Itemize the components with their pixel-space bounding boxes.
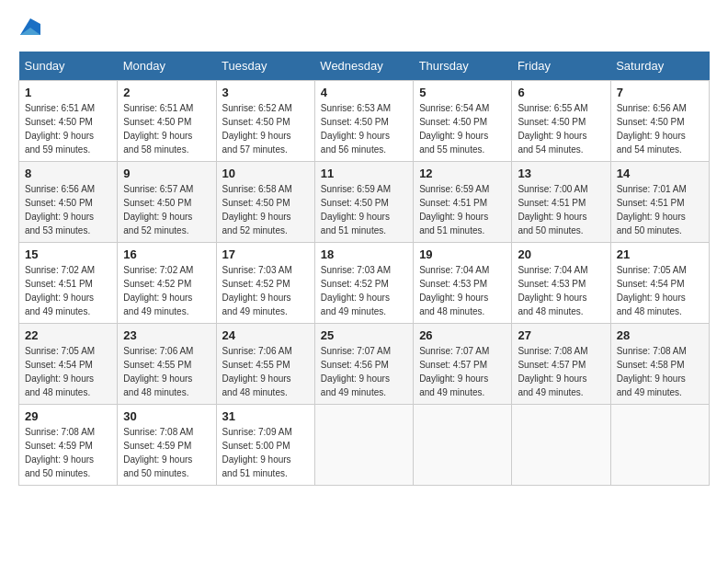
day-detail: Sunrise: 6:51 AM Sunset: 4:50 PM Dayligh…	[25, 101, 111, 156]
day-detail: Sunrise: 7:05 AM Sunset: 4:54 PM Dayligh…	[617, 263, 703, 318]
calendar-week-row: 8 Sunrise: 6:56 AM Sunset: 4:50 PM Dayli…	[19, 162, 710, 243]
calendar-day-header: Monday	[118, 52, 216, 81]
day-detail: Sunrise: 7:08 AM Sunset: 4:57 PM Dayligh…	[518, 344, 604, 399]
day-number: 21	[617, 247, 703, 261]
calendar-cell: 5 Sunrise: 6:54 AM Sunset: 4:50 PM Dayli…	[414, 81, 512, 162]
day-detail: Sunrise: 7:01 AM Sunset: 4:51 PM Dayligh…	[617, 182, 703, 237]
day-detail: Sunrise: 6:51 AM Sunset: 4:50 PM Dayligh…	[123, 101, 210, 156]
day-number: 5	[419, 86, 506, 99]
calendar-cell: 8 Sunrise: 6:56 AM Sunset: 4:50 PM Dayli…	[19, 162, 118, 243]
calendar-cell: 23 Sunrise: 7:06 AM Sunset: 4:55 PM Dayl…	[118, 324, 216, 405]
calendar-cell: 10 Sunrise: 6:58 AM Sunset: 4:50 PM Dayl…	[216, 162, 314, 243]
day-detail: Sunrise: 7:07 AM Sunset: 4:56 PM Dayligh…	[321, 344, 407, 399]
day-detail: Sunrise: 6:56 AM Sunset: 4:50 PM Dayligh…	[25, 182, 111, 237]
day-detail: Sunrise: 6:59 AM Sunset: 4:50 PM Dayligh…	[321, 182, 407, 237]
calendar-week-row: 15 Sunrise: 7:02 AM Sunset: 4:51 PM Dayl…	[19, 243, 710, 324]
day-number: 3	[222, 86, 309, 99]
day-number: 28	[617, 328, 703, 342]
day-number: 26	[419, 328, 506, 342]
calendar-cell: 3 Sunrise: 6:52 AM Sunset: 4:50 PM Dayli…	[216, 81, 314, 162]
calendar-cell: 9 Sunrise: 6:57 AM Sunset: 4:50 PM Dayli…	[118, 162, 216, 243]
day-number: 8	[25, 167, 111, 180]
day-detail: Sunrise: 7:04 AM Sunset: 4:53 PM Dayligh…	[419, 263, 506, 318]
day-detail: Sunrise: 7:06 AM Sunset: 4:55 PM Dayligh…	[222, 344, 309, 399]
logo	[18, 18, 40, 37]
day-detail: Sunrise: 6:53 AM Sunset: 4:50 PM Dayligh…	[321, 101, 407, 156]
day-number: 6	[518, 86, 604, 99]
calendar-day-header: Sunday	[19, 52, 118, 81]
day-detail: Sunrise: 7:04 AM Sunset: 4:53 PM Dayligh…	[518, 263, 604, 318]
day-detail: Sunrise: 6:56 AM Sunset: 4:50 PM Dayligh…	[617, 101, 703, 156]
calendar-cell: 30 Sunrise: 7:08 AM Sunset: 4:59 PM Dayl…	[118, 405, 216, 486]
calendar-header-row: SundayMondayTuesdayWednesdayThursdayFrid…	[19, 52, 710, 81]
day-number: 15	[25, 247, 111, 261]
day-detail: Sunrise: 7:07 AM Sunset: 4:57 PM Dayligh…	[419, 344, 506, 399]
calendar-cell: 15 Sunrise: 7:02 AM Sunset: 4:51 PM Dayl…	[19, 243, 118, 324]
calendar-day-header: Tuesday	[216, 52, 314, 81]
calendar-cell: 4 Sunrise: 6:53 AM Sunset: 4:50 PM Dayli…	[314, 81, 413, 162]
calendar-cell: 24 Sunrise: 7:06 AM Sunset: 4:55 PM Dayl…	[216, 324, 314, 405]
day-number: 24	[222, 328, 309, 342]
day-number: 20	[518, 247, 604, 261]
calendar-day-header: Thursday	[414, 52, 512, 81]
calendar-cell: 7 Sunrise: 6:56 AM Sunset: 4:50 PM Dayli…	[610, 81, 709, 162]
calendar-cell: 12 Sunrise: 6:59 AM Sunset: 4:51 PM Dayl…	[414, 162, 512, 243]
day-detail: Sunrise: 7:05 AM Sunset: 4:54 PM Dayligh…	[25, 344, 111, 399]
day-number: 18	[321, 247, 407, 261]
calendar-cell: 25 Sunrise: 7:07 AM Sunset: 4:56 PM Dayl…	[314, 324, 413, 405]
day-detail: Sunrise: 7:06 AM Sunset: 4:55 PM Dayligh…	[123, 344, 210, 399]
day-detail: Sunrise: 6:59 AM Sunset: 4:51 PM Dayligh…	[419, 182, 506, 237]
calendar-cell: 13 Sunrise: 7:00 AM Sunset: 4:51 PM Dayl…	[512, 162, 610, 243]
day-number: 9	[123, 167, 210, 180]
day-number: 4	[321, 86, 407, 99]
calendar-cell: 1 Sunrise: 6:51 AM Sunset: 4:50 PM Dayli…	[19, 81, 118, 162]
day-number: 27	[518, 328, 604, 342]
day-number: 16	[123, 247, 210, 261]
day-number: 19	[419, 247, 506, 261]
calendar-week-row: 22 Sunrise: 7:05 AM Sunset: 4:54 PM Dayl…	[19, 324, 710, 405]
calendar-cell: 20 Sunrise: 7:04 AM Sunset: 4:53 PM Dayl…	[512, 243, 610, 324]
day-number: 12	[419, 167, 506, 180]
day-number: 2	[123, 86, 210, 99]
day-detail: Sunrise: 6:58 AM Sunset: 4:50 PM Dayligh…	[222, 182, 309, 237]
calendar-week-row: 1 Sunrise: 6:51 AM Sunset: 4:50 PM Dayli…	[19, 81, 710, 162]
calendar-cell: 31 Sunrise: 7:09 AM Sunset: 5:00 PM Dayl…	[216, 405, 314, 486]
day-detail: Sunrise: 7:03 AM Sunset: 4:52 PM Dayligh…	[222, 263, 309, 318]
calendar-week-row: 29 Sunrise: 7:08 AM Sunset: 4:59 PM Dayl…	[19, 405, 710, 486]
day-detail: Sunrise: 7:02 AM Sunset: 4:51 PM Dayligh…	[25, 263, 111, 318]
day-detail: Sunrise: 7:08 AM Sunset: 4:58 PM Dayligh…	[617, 344, 703, 399]
day-detail: Sunrise: 7:08 AM Sunset: 4:59 PM Dayligh…	[123, 425, 210, 480]
logo-icon	[20, 18, 40, 37]
day-number: 17	[222, 247, 309, 261]
calendar-cell: 29 Sunrise: 7:08 AM Sunset: 4:59 PM Dayl…	[19, 405, 118, 486]
day-detail: Sunrise: 6:55 AM Sunset: 4:50 PM Dayligh…	[518, 101, 604, 156]
day-number: 1	[25, 86, 111, 99]
calendar-cell: 18 Sunrise: 7:03 AM Sunset: 4:52 PM Dayl…	[314, 243, 413, 324]
day-detail: Sunrise: 7:08 AM Sunset: 4:59 PM Dayligh…	[25, 425, 111, 480]
day-detail: Sunrise: 7:02 AM Sunset: 4:52 PM Dayligh…	[123, 263, 210, 318]
calendar-day-header: Wednesday	[314, 52, 413, 81]
calendar-cell: 22 Sunrise: 7:05 AM Sunset: 4:54 PM Dayl…	[19, 324, 118, 405]
calendar-cell	[314, 405, 413, 486]
day-detail: Sunrise: 6:57 AM Sunset: 4:50 PM Dayligh…	[123, 182, 210, 237]
calendar-cell: 19 Sunrise: 7:04 AM Sunset: 4:53 PM Dayl…	[414, 243, 512, 324]
page-header	[18, 18, 710, 37]
day-detail: Sunrise: 7:03 AM Sunset: 4:52 PM Dayligh…	[321, 263, 407, 318]
calendar-cell: 26 Sunrise: 7:07 AM Sunset: 4:57 PM Dayl…	[414, 324, 512, 405]
day-number: 29	[25, 409, 111, 423]
day-number: 30	[123, 409, 210, 423]
day-number: 25	[321, 328, 407, 342]
calendar-day-header: Friday	[512, 52, 610, 81]
day-number: 23	[123, 328, 210, 342]
calendar-cell	[610, 405, 709, 486]
calendar-table: SundayMondayTuesdayWednesdayThursdayFrid…	[18, 52, 710, 486]
calendar-cell: 14 Sunrise: 7:01 AM Sunset: 4:51 PM Dayl…	[610, 162, 709, 243]
calendar-cell: 17 Sunrise: 7:03 AM Sunset: 4:52 PM Dayl…	[216, 243, 314, 324]
day-number: 14	[617, 167, 703, 180]
day-number: 13	[518, 167, 604, 180]
day-number: 7	[617, 86, 703, 99]
calendar-cell: 16 Sunrise: 7:02 AM Sunset: 4:52 PM Dayl…	[118, 243, 216, 324]
calendar-cell: 6 Sunrise: 6:55 AM Sunset: 4:50 PM Dayli…	[512, 81, 610, 162]
calendar-cell: 28 Sunrise: 7:08 AM Sunset: 4:58 PM Dayl…	[610, 324, 709, 405]
calendar-cell: 2 Sunrise: 6:51 AM Sunset: 4:50 PM Dayli…	[118, 81, 216, 162]
